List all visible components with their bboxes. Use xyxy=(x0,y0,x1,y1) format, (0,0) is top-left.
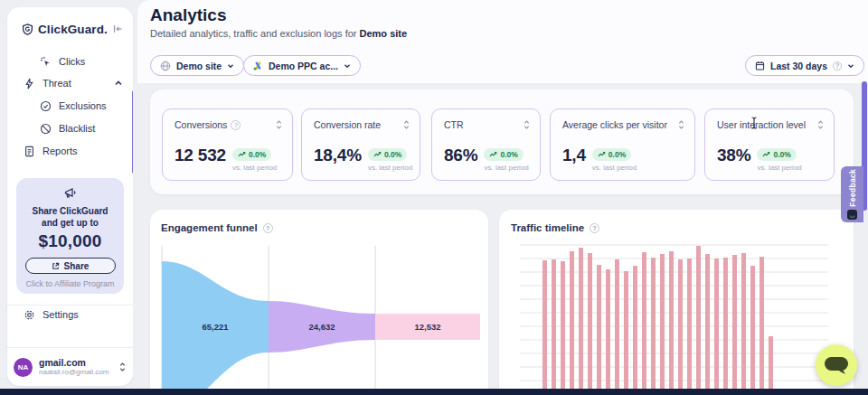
metric-value: 18,4% xyxy=(314,146,362,165)
sort-icon[interactable] xyxy=(523,119,531,130)
feedback-tab[interactable]: Feedback ◡ xyxy=(841,166,863,222)
promo-heading: Share ClickGuard and get up to xyxy=(16,206,124,229)
help-icon[interactable]: ? xyxy=(833,61,842,71)
affiliate-link[interactable]: Click to Affiliate Program xyxy=(16,279,124,288)
trend-up-icon xyxy=(762,151,770,158)
feedback-widget-icon: ◡ xyxy=(847,210,857,220)
metric-card-conversions: Conversions ? 12 532 0.0% vs. last perio… xyxy=(162,108,293,181)
mouse-ibeam-cursor xyxy=(750,117,758,129)
timeline-bar xyxy=(579,248,583,395)
share-button-label: Share xyxy=(64,261,90,271)
timeline-bar xyxy=(552,259,556,395)
compare-caption: vs. last period xyxy=(484,164,528,172)
funnel-stage-2-value: 24,632 xyxy=(308,322,335,332)
chat-launcher-button[interactable] xyxy=(816,344,857,386)
timeline-bar xyxy=(606,269,610,395)
timeline-bar xyxy=(660,254,665,395)
delta-badge: 0.0% xyxy=(368,148,407,161)
metric-delta-block: 0.0% vs. last period xyxy=(592,146,637,172)
account-email: naatali.ro@gmail.com xyxy=(39,368,108,377)
timeline-bar xyxy=(732,255,737,395)
compare-caption: vs. last period xyxy=(232,164,277,172)
date-range-dropdown[interactable]: Last 30 days ? xyxy=(745,55,864,76)
sidebar-item-label: Blacklist xyxy=(59,123,95,134)
funnel-stage-3-value: 12,532 xyxy=(414,322,440,332)
sidebar-item-blacklist[interactable]: Blacklist xyxy=(40,120,123,136)
ppc-account-dropdown[interactable]: Demo PPC ac... xyxy=(243,55,361,76)
engagement-funnel-chart: 65,221 24,632 12,532 xyxy=(161,240,483,395)
timeline-bar xyxy=(669,251,674,395)
sidebar-item-label: Threat xyxy=(42,78,71,89)
sidebar-item-threat[interactable]: Threat xyxy=(24,75,123,91)
timeline-bar xyxy=(633,266,637,395)
sidebar-collapse-icon[interactable] xyxy=(112,23,123,35)
traffic-timeline-chart xyxy=(512,237,843,395)
external-link-icon xyxy=(52,262,60,270)
divider xyxy=(7,305,133,306)
page-subtitle: Detailed analytics, traffic and exclusio… xyxy=(150,28,407,39)
megaphone-icon xyxy=(63,186,78,201)
account-switcher[interactable]: NA gmail.com naatali.ro@gmail.com xyxy=(14,354,127,380)
sidebar-item-settings[interactable]: Settings xyxy=(24,306,123,323)
ppc-account-value: Demo PPC ac... xyxy=(269,61,338,71)
timeline-bar xyxy=(642,252,646,395)
timeline-bar xyxy=(561,261,565,395)
timeline-bar xyxy=(624,271,628,395)
engagement-funnel-panel: Engagement funnel ? 65,221 24,632 12,532 xyxy=(150,210,488,395)
help-icon[interactable]: ? xyxy=(263,223,273,233)
metric-value: 38% xyxy=(717,146,750,165)
timeline-bar xyxy=(750,266,755,395)
sidebar-item-exclusions[interactable]: Exclusions xyxy=(40,98,123,114)
metric-label: CTR xyxy=(444,119,464,130)
timeline-bar xyxy=(687,259,692,395)
metric-delta-block: 0.0% vs. last period xyxy=(757,146,801,172)
check-circle-icon xyxy=(40,100,52,112)
page-subtitle-text: Detailed analytics, traffic and exclusio… xyxy=(150,28,360,39)
timeline-bar xyxy=(651,258,656,395)
timeline-bar xyxy=(570,251,574,395)
sidebar-item-reports[interactable]: Reports xyxy=(24,143,123,159)
metric-card-conversion-rate: Conversion rate 18,4% 0.0% vs. last peri… xyxy=(301,108,420,181)
trend-up-icon xyxy=(238,151,246,158)
sort-icon[interactable] xyxy=(275,119,283,130)
sort-icon[interactable] xyxy=(677,119,685,130)
sort-icon[interactable] xyxy=(402,119,410,130)
globe-icon xyxy=(160,61,171,71)
help-icon[interactable]: ? xyxy=(231,120,241,130)
metric-delta-block: 0.0% vs. last period xyxy=(368,146,412,172)
metric-card-ctr: CTR 86% 0.0% vs. last period xyxy=(431,108,541,181)
lightning-icon xyxy=(24,78,35,89)
divider xyxy=(7,347,133,348)
chevron-down-icon xyxy=(847,62,854,70)
share-button[interactable]: Share xyxy=(25,258,116,274)
document-icon xyxy=(24,146,35,157)
promo-amount: $10,000 xyxy=(16,231,124,251)
metric-label: User interaction level xyxy=(717,119,806,130)
timeline-bar xyxy=(741,253,746,395)
bottom-window-bar xyxy=(0,389,868,395)
sidebar-item-label: Exclusions xyxy=(59,100,107,111)
date-range-value: Last 30 days xyxy=(770,61,827,71)
delta-badge: 0.0% xyxy=(484,148,523,161)
timeline-bar xyxy=(705,254,710,395)
chat-bubble-icon xyxy=(823,353,850,377)
metric-delta-block: 0.0% vs. last period xyxy=(484,146,528,172)
metric-label: Average clicks per visitor xyxy=(562,119,667,130)
site-filter-dropdown[interactable]: Demo site xyxy=(150,55,244,76)
timeline-bar xyxy=(760,257,764,395)
sidebar-item-label: Clicks xyxy=(59,56,85,67)
sidebar-item-clicks[interactable]: Clicks xyxy=(40,53,123,70)
funnel-title: Engagement funnel xyxy=(161,222,258,233)
gear-icon xyxy=(24,309,35,321)
timeline-title: Traffic timeline xyxy=(511,222,584,233)
shield-logo-icon xyxy=(22,24,33,35)
metric-value: 1,4 xyxy=(562,146,586,165)
sort-icon[interactable] xyxy=(816,119,825,130)
help-icon[interactable]: ? xyxy=(590,223,599,233)
timeline-bar xyxy=(723,258,728,395)
delta-value: 0.0% xyxy=(609,150,626,159)
compare-caption: vs. last period xyxy=(592,164,637,172)
sidebar-item-label: Reports xyxy=(42,146,78,156)
delta-value: 0.0% xyxy=(249,150,266,159)
avatar: NA xyxy=(14,358,33,377)
